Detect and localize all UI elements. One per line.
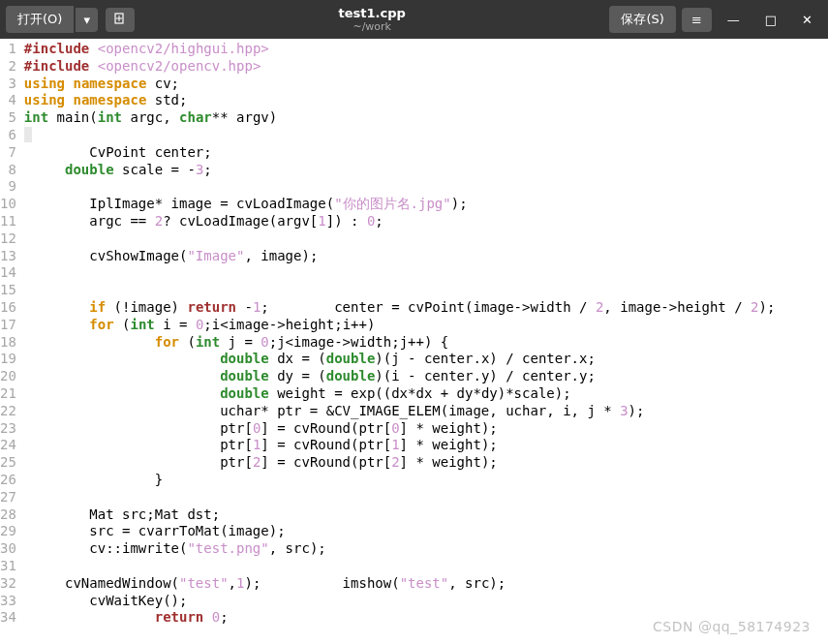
- save-button[interactable]: 保存(S): [609, 6, 675, 33]
- hamburger-icon: ≡: [691, 13, 702, 27]
- new-tab-button[interactable]: [106, 8, 135, 32]
- open-dropdown[interactable]: ▾: [76, 8, 98, 32]
- window-subtitle: ~/work: [135, 20, 610, 33]
- hamburger-button[interactable]: ≡: [682, 8, 712, 32]
- editor[interactable]: 1234567891011121314151617181920212223242…: [0, 39, 828, 627]
- open-button[interactable]: 打开(O): [6, 6, 74, 33]
- watermark: CSDN @qq_58174923: [653, 619, 811, 634]
- close-icon: ✕: [802, 13, 813, 27]
- titlebar-right: 保存(S) ≡ — □ ✕: [609, 6, 822, 33]
- maximize-button[interactable]: □: [755, 8, 786, 32]
- minimize-button[interactable]: —: [718, 8, 750, 32]
- line-gutter: 1234567891011121314151617181920212223242…: [0, 39, 20, 627]
- titlebar-left: 打开(O) ▾: [6, 6, 135, 33]
- titlebar: 打开(O) ▾ test1.cpp ~/work 保存(S) ≡ — □ ✕: [0, 0, 828, 39]
- titlebar-center: test1.cpp ~/work: [135, 6, 610, 33]
- minimize-icon: —: [727, 13, 740, 27]
- maximize-icon: □: [765, 13, 777, 27]
- code-area[interactable]: #include <opencv2/highgui.hpp> #include …: [20, 39, 776, 627]
- close-button[interactable]: ✕: [792, 8, 822, 32]
- window-title: test1.cpp: [135, 6, 610, 20]
- new-tab-icon: [114, 13, 126, 24]
